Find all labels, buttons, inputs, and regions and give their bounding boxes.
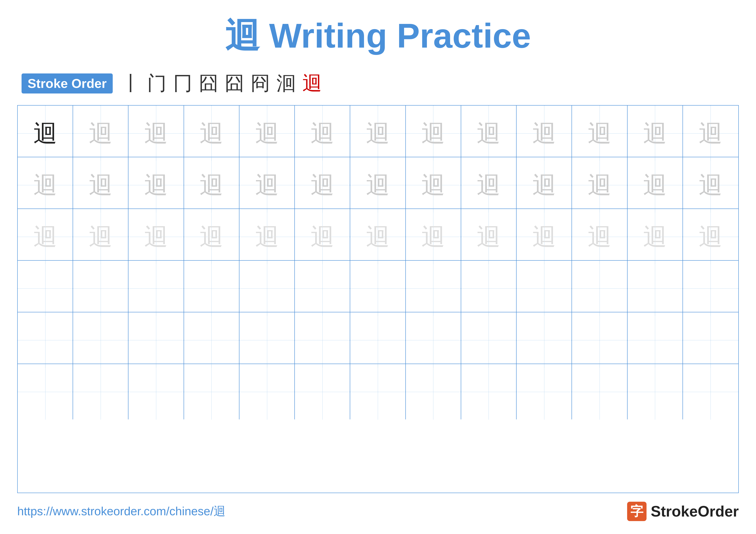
strokeorder-logo-icon: 字 [627,502,647,521]
cell-6-1[interactable] [18,364,73,420]
footer-logo: 字 StrokeOrder [627,502,739,521]
cell-4-8[interactable] [406,261,461,316]
cell-4-4[interactable] [184,261,239,316]
cell-6-12[interactable] [628,364,683,420]
cell-3-7[interactable]: 迴 [350,209,406,264]
cell-1-1[interactable]: 迴 [18,106,73,161]
cell-6-13[interactable] [683,364,738,420]
cell-5-4[interactable] [184,312,239,368]
stroke-4: 囧 [199,70,218,96]
cell-2-2[interactable]: 迴 [73,157,128,213]
cell-char: 迴 [144,173,168,197]
cell-1-11[interactable]: 迴 [572,106,627,161]
stroke-7: 洄 [277,70,296,96]
cell-3-13[interactable]: 迴 [683,209,738,264]
cell-4-12[interactable] [628,261,683,316]
cell-1-3[interactable]: 迴 [128,106,184,161]
cell-3-8[interactable]: 迴 [406,209,461,264]
cell-5-5[interactable] [239,312,295,368]
cell-5-8[interactable] [406,312,461,368]
cell-6-9[interactable] [461,364,517,420]
logo-char: 字 [630,503,643,520]
footer-url[interactable]: https://www.strokeorder.com/chinese/迴 [17,503,226,519]
cell-4-1[interactable] [18,261,73,316]
stroke-8-last: 迴 [302,70,322,96]
cell-5-2[interactable] [73,312,128,368]
cell-5-6[interactable] [295,312,350,368]
cell-char: 迴 [643,173,667,197]
cell-2-6[interactable]: 迴 [295,157,350,213]
cell-char: 迴 [421,225,445,249]
cell-1-13[interactable]: 迴 [683,106,738,161]
cell-1-6[interactable]: 迴 [295,106,350,161]
cell-4-9[interactable] [461,261,517,316]
cell-3-11[interactable]: 迴 [572,209,627,264]
cell-3-5[interactable]: 迴 [239,209,295,264]
cell-3-10[interactable]: 迴 [517,209,572,264]
cell-5-10[interactable] [517,312,572,368]
cell-6-11[interactable] [572,364,627,420]
cell-6-10[interactable] [517,364,572,420]
cell-2-8[interactable]: 迴 [406,157,461,213]
cell-1-4[interactable]: 迴 [184,106,239,161]
cell-char: 迴 [200,121,223,145]
cell-6-3[interactable] [128,364,184,420]
cell-5-13[interactable] [683,312,738,368]
cell-char: 迴 [255,173,279,197]
cell-6-8[interactable] [406,364,461,420]
cell-5-11[interactable] [572,312,627,368]
cell-char: 迴 [588,173,611,197]
cell-1-7[interactable]: 迴 [350,106,406,161]
grid-row-3: 迴 迴 迴 迴 迴 迴 迴 迴 迴 迴 迴 迴 迴 [18,209,738,261]
cell-3-4[interactable]: 迴 [184,209,239,264]
cell-4-2[interactable] [73,261,128,316]
cell-6-6[interactable] [295,364,350,420]
cell-char: 迴 [699,225,722,249]
cell-4-3[interactable] [128,261,184,316]
footer: https://www.strokeorder.com/chinese/迴 字 … [17,493,739,521]
cell-4-13[interactable] [683,261,738,316]
cell-4-11[interactable] [572,261,627,316]
cell-1-2[interactable]: 迴 [73,106,128,161]
cell-1-9[interactable]: 迴 [461,106,517,161]
cell-5-1[interactable] [18,312,73,368]
cell-2-12[interactable]: 迴 [628,157,683,213]
cell-6-2[interactable] [73,364,128,420]
cell-2-1[interactable]: 迴 [18,157,73,213]
cell-5-3[interactable] [128,312,184,368]
cell-4-7[interactable] [350,261,406,316]
cell-3-1[interactable]: 迴 [18,209,73,264]
cell-1-8[interactable]: 迴 [406,106,461,161]
cell-5-12[interactable] [628,312,683,368]
cell-3-2[interactable]: 迴 [73,209,128,264]
cell-4-5[interactable] [239,261,295,316]
stroke-5: 囧 [225,70,244,96]
cell-4-6[interactable] [295,261,350,316]
cell-3-6[interactable]: 迴 [295,209,350,264]
cell-char: 迴 [255,225,279,249]
grid-row-5 [18,312,738,364]
cell-6-5[interactable] [239,364,295,420]
cell-4-10[interactable] [517,261,572,316]
cell-char: 迴 [699,121,722,145]
cell-3-3[interactable]: 迴 [128,209,184,264]
cell-2-3[interactable]: 迴 [128,157,184,213]
cell-1-5[interactable]: 迴 [239,106,295,161]
cell-6-4[interactable] [184,364,239,420]
grid-row-6 [18,364,738,416]
cell-6-7[interactable] [350,364,406,420]
cell-2-7[interactable]: 迴 [350,157,406,213]
cell-2-11[interactable]: 迴 [572,157,627,213]
cell-5-7[interactable] [350,312,406,368]
cell-1-10[interactable]: 迴 [517,106,572,161]
cell-2-10[interactable]: 迴 [517,157,572,213]
cell-char: 迴 [477,225,500,249]
cell-2-5[interactable]: 迴 [239,157,295,213]
cell-3-9[interactable]: 迴 [461,209,517,264]
cell-3-12[interactable]: 迴 [628,209,683,264]
cell-5-9[interactable] [461,312,517,368]
cell-2-9[interactable]: 迴 [461,157,517,213]
cell-2-13[interactable]: 迴 [683,157,738,213]
cell-2-4[interactable]: 迴 [184,157,239,213]
cell-1-12[interactable]: 迴 [628,106,683,161]
